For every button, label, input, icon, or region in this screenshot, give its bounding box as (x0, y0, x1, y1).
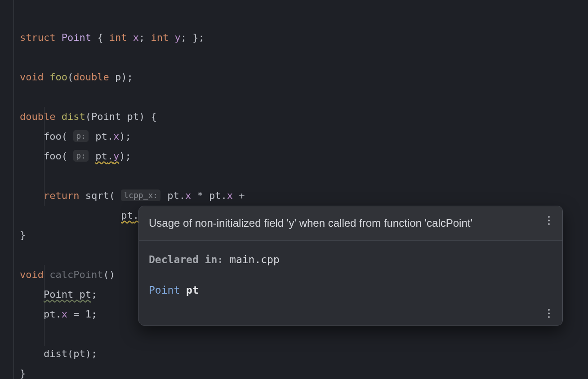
declaration-row: Point pt (149, 281, 552, 299)
call-foo: foo (44, 150, 62, 162)
gutter-line (13, 0, 14, 379)
inspection-tooltip[interactable]: Usage of non-initialized field 'y' when … (138, 206, 563, 326)
fn-calcpoint: calcPoint (49, 269, 103, 280)
tooltip-header: Usage of non-initialized field 'y' when … (139, 206, 562, 241)
keyword-void: void (20, 71, 44, 83)
expr-pty-warn[interactable]: pt.y (95, 150, 119, 162)
keyword-double: double (20, 111, 55, 122)
more-actions-icon[interactable] (543, 308, 554, 319)
keyword-int: int (109, 32, 127, 43)
param-p: p (115, 71, 121, 83)
tooltip-warning-text: Usage of non-initialized field 'y' when … (149, 217, 472, 229)
declared-in-file: main.cpp (230, 254, 280, 265)
field-y: y (174, 32, 180, 43)
param-name: pt (127, 111, 139, 122)
keyword-int: int (151, 32, 169, 43)
decl-point-warn[interactable]: Point pt (44, 289, 91, 300)
declared-in-label: Declared in: (149, 254, 223, 265)
declared-in-row: Declared in: main.cpp (149, 251, 552, 269)
call-sqrt: sqrt (85, 190, 109, 201)
inlay-hint-p: p: (73, 130, 89, 142)
inlay-hint-p: p: (73, 150, 89, 162)
more-actions-icon[interactable] (543, 215, 554, 226)
param-type: Point (91, 111, 121, 122)
tooltip-type: Point (149, 284, 180, 296)
code-editor[interactable]: struct Point { int x; int y; }; void foo… (0, 0, 588, 379)
inlay-hint-lcppx: lcpp_x: (121, 190, 160, 201)
type-point: Point (62, 32, 91, 43)
tooltip-var: pt (186, 284, 199, 296)
keyword-double: double (73, 71, 109, 83)
keyword-void: void (20, 269, 44, 280)
expr-pt: pt (95, 131, 107, 142)
field-x: x (133, 32, 139, 43)
member-x: x (113, 131, 119, 142)
keyword-return: return (44, 190, 79, 201)
call-dist: dist (44, 348, 67, 359)
fn-dist: dist (62, 111, 85, 122)
fn-foo: foo (49, 71, 67, 83)
keyword-struct: struct (20, 32, 55, 43)
tooltip-body: Declared in: main.cpp Point pt (139, 241, 562, 325)
call-foo: foo (44, 131, 62, 142)
